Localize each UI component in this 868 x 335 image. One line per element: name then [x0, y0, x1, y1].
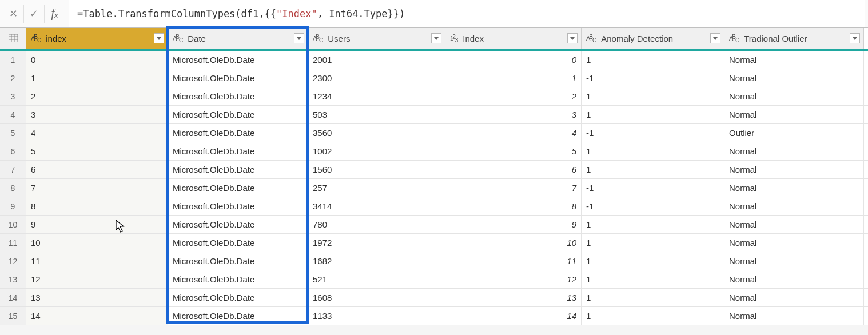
cell-index[interactable]: 9	[26, 216, 168, 233]
cell-idx[interactable]: 12	[445, 270, 582, 288]
cell-index[interactable]: 13	[26, 289, 168, 306]
cell-index[interactable]: 0	[26, 51, 168, 69]
row-number[interactable]: 3	[0, 87, 26, 105]
cell-outlier[interactable]: Normal	[724, 289, 864, 306]
table-row[interactable]: 65Microsoft.OleDb.Date100251Normal	[0, 142, 868, 161]
accept-formula-button[interactable]: ✓	[24, 5, 45, 23]
cell-index[interactable]: 5	[26, 142, 168, 160]
cell-date[interactable]: Microsoft.OleDb.Date	[168, 252, 308, 270]
cell-outlier[interactable]: Normal	[724, 69, 864, 87]
cell-outlier[interactable]: Outlier	[724, 124, 864, 142]
cell-outlier[interactable]: Normal	[724, 234, 864, 252]
column-header-date[interactable]: B Date	[168, 28, 308, 49]
table-row[interactable]: 21Microsoft.OleDb.Date23001-1Normal	[0, 69, 868, 87]
cell-users[interactable]: 1560	[308, 161, 445, 178]
cell-users[interactable]: 521	[308, 270, 445, 288]
cell-anomaly[interactable]: 1	[582, 270, 724, 288]
cell-idx[interactable]: 2	[445, 87, 582, 105]
cell-outlier[interactable]: Normal	[724, 216, 864, 233]
row-number[interactable]: 2	[0, 69, 26, 87]
table-row[interactable]: 1211Microsoft.OleDb.Date1682111Normal	[0, 252, 868, 270]
cell-outlier[interactable]: Normal	[724, 197, 864, 215]
cell-index[interactable]: 8	[26, 197, 168, 215]
cell-idx[interactable]: 14	[445, 307, 582, 325]
cell-outlier[interactable]: Normal	[724, 106, 864, 123]
cell-idx[interactable]: 5	[445, 142, 582, 160]
column-header-index-int[interactable]: 2 Index	[445, 28, 582, 49]
filter-button[interactable]	[710, 33, 720, 43]
cell-index[interactable]: 10	[26, 234, 168, 252]
cell-users[interactable]: 1608	[308, 289, 445, 306]
row-number[interactable]: 1	[0, 51, 26, 69]
table-row[interactable]: 87Microsoft.OleDb.Date2577-1Normal	[0, 179, 868, 197]
cell-idx[interactable]: 11	[445, 252, 582, 270]
cell-index[interactable]: 14	[26, 307, 168, 325]
cell-index[interactable]: 2	[26, 87, 168, 105]
cell-outlier[interactable]: Normal	[724, 142, 864, 160]
filter-button[interactable]	[567, 33, 578, 43]
select-all-corner[interactable]	[0, 28, 26, 49]
row-number[interactable]: 11	[0, 234, 26, 252]
cell-anomaly[interactable]: -1	[582, 179, 724, 197]
cell-date[interactable]: Microsoft.OleDb.Date	[168, 307, 308, 325]
cell-index[interactable]: 4	[26, 124, 168, 142]
cell-anomaly[interactable]: -1	[582, 124, 724, 142]
table-row[interactable]: 1413Microsoft.OleDb.Date1608131Normal	[0, 289, 868, 307]
cell-index[interactable]: 6	[26, 161, 168, 178]
cell-anomaly[interactable]: 1	[582, 87, 724, 105]
row-number[interactable]: 4	[0, 106, 26, 123]
cell-index[interactable]: 7	[26, 179, 168, 197]
cell-anomaly[interactable]: 1	[582, 252, 724, 270]
table-row[interactable]: 32Microsoft.OleDb.Date123421Normal	[0, 87, 868, 106]
table-row[interactable]: 43Microsoft.OleDb.Date50331Normal	[0, 106, 868, 124]
cell-date[interactable]: Microsoft.OleDb.Date	[168, 270, 308, 288]
cell-date[interactable]: Microsoft.OleDb.Date	[168, 161, 308, 178]
cell-idx[interactable]: 7	[445, 179, 582, 197]
cell-date[interactable]: Microsoft.OleDb.Date	[168, 216, 308, 233]
table-row[interactable]: 10Microsoft.OleDb.Date200101Normal	[0, 51, 868, 69]
row-number[interactable]: 12	[0, 252, 26, 270]
cell-anomaly[interactable]: 1	[582, 289, 724, 306]
cell-date[interactable]: Microsoft.OleDb.Date	[168, 197, 308, 215]
cell-outlier[interactable]: Normal	[724, 179, 864, 197]
cell-date[interactable]: Microsoft.OleDb.Date	[168, 69, 308, 87]
row-number[interactable]: 13	[0, 270, 26, 288]
cell-users[interactable]: 1972	[308, 234, 445, 252]
filter-button[interactable]	[850, 33, 860, 43]
cell-date[interactable]: Microsoft.OleDb.Date	[168, 234, 308, 252]
cell-date[interactable]: Microsoft.OleDb.Date	[168, 87, 308, 105]
row-number[interactable]: 7	[0, 161, 26, 178]
table-row[interactable]: 1110Microsoft.OleDb.Date1972101Normal	[0, 234, 868, 252]
cell-idx[interactable]: 6	[445, 161, 582, 178]
cell-index[interactable]: 11	[26, 252, 168, 270]
column-header-index[interactable]: B index	[26, 28, 168, 49]
column-header-anomaly[interactable]: B Anomaly Detection	[582, 28, 724, 49]
cell-users[interactable]: 1133	[308, 307, 445, 325]
cell-outlier[interactable]: Normal	[724, 87, 864, 105]
cell-idx[interactable]: 13	[445, 289, 582, 306]
cell-users[interactable]: 3560	[308, 124, 445, 142]
cell-outlier[interactable]: Normal	[724, 51, 864, 69]
row-number[interactable]: 10	[0, 216, 26, 233]
cell-anomaly[interactable]: -1	[582, 69, 724, 87]
filter-button[interactable]	[431, 33, 441, 43]
table-row[interactable]: 1312Microsoft.OleDb.Date521121Normal	[0, 270, 868, 289]
cell-date[interactable]: Microsoft.OleDb.Date	[168, 106, 308, 123]
row-number[interactable]: 8	[0, 179, 26, 197]
cell-outlier[interactable]: Normal	[724, 307, 864, 325]
cell-users[interactable]: 257	[308, 179, 445, 197]
cell-idx[interactable]: 1	[445, 69, 582, 87]
cell-idx[interactable]: 8	[445, 197, 582, 215]
cell-users[interactable]: 780	[308, 216, 445, 233]
cell-idx[interactable]: 3	[445, 106, 582, 123]
cell-users[interactable]: 3414	[308, 197, 445, 215]
filter-button[interactable]	[294, 33, 304, 43]
column-header-outlier[interactable]: B Tradional Outlier	[724, 28, 864, 49]
table-row[interactable]: 98Microsoft.OleDb.Date34148-1Normal	[0, 197, 868, 216]
cell-idx[interactable]: 9	[445, 216, 582, 233]
formula-input[interactable]: = Table.TransformColumnTypes (df1,{{ "In…	[69, 0, 865, 27]
cell-users[interactable]: 2001	[308, 51, 445, 69]
cell-users[interactable]: 1682	[308, 252, 445, 270]
row-number[interactable]: 14	[0, 289, 26, 306]
table-row[interactable]: 76Microsoft.OleDb.Date156061Normal	[0, 161, 868, 179]
